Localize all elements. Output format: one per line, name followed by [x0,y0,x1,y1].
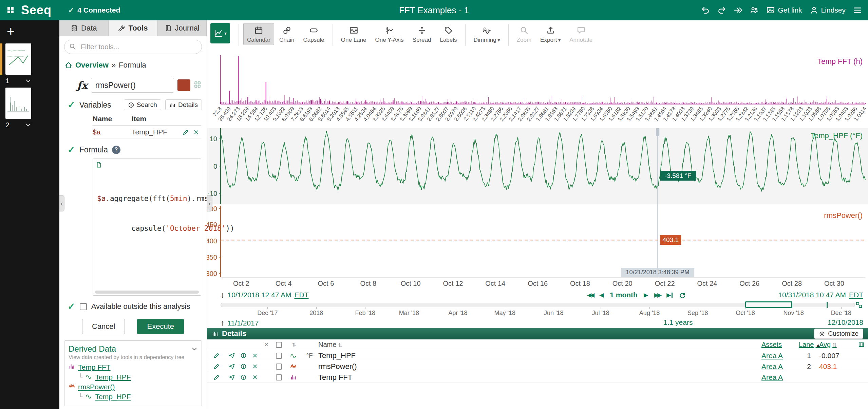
item-name[interactable]: rmsPower() [318,362,761,371]
editor-horizontal-scrollbar[interactable] [95,291,199,294]
filter-tools-input[interactable] [64,40,202,54]
edit-pencil-icon[interactable] [213,363,220,370]
investigate-start-link[interactable]: 11/1/2017 [228,319,259,327]
asset-link[interactable]: Area A [761,362,783,370]
toolbar-capsule-button[interactable]: Capsule [299,23,328,45]
investigate-duration-link[interactable]: 1.1 years [663,318,693,327]
remove-icon[interactable] [252,363,258,370]
details-row-temp-fft[interactable]: Temp FFT Area A [207,372,868,383]
collaborators-icon[interactable] [750,6,759,15]
range-end-link[interactable]: 10/31/2018 10:47 AM [778,291,846,299]
worksheet-2-thumbnail[interactable] [5,88,31,119]
refresh-icon[interactable] [679,292,686,299]
sort-type-icon[interactable]: ⇅ [287,342,301,348]
formula-editor[interactable]: $a.aggregate(fft(5min).rmsPower(), capsu… [93,159,201,296]
investigate-end-link[interactable]: 12/10/2018 [828,318,863,327]
derived-link-temp-hpf[interactable]: Temp_HPF [95,373,131,381]
connection-status[interactable]: ✓ 4 Connected [68,6,120,15]
execute-button[interactable]: Execute [137,319,184,334]
edit-pencil-icon[interactable] [213,352,220,359]
formula-name-input[interactable] [91,78,174,93]
help-icon[interactable]: ? [112,146,120,154]
available-checkbox[interactable] [80,303,87,310]
tab-data[interactable]: Data [59,20,109,36]
toolbar-zoom-button[interactable]: Zoom [513,23,535,45]
tab-journal[interactable]: Journal [157,20,207,36]
new-worksheet-button[interactable]: + [0,23,59,41]
derived-link-temp-hpf-2[interactable]: Temp_HPF [95,393,131,401]
details-row-rmspower[interactable]: rmsPower() Area A 2 403.1 [207,361,868,372]
remove-variable-icon[interactable] [193,129,200,135]
range-start-timezone-link[interactable]: EDT [295,291,309,299]
derived-link-temp-fft[interactable]: Temp FFT [78,363,111,371]
range-start-link[interactable]: 10/1/2018 12:47 AM [228,291,291,299]
collapse-tools-panel-handle[interactable]: ‹ [207,195,212,211]
worksheet-2-number[interactable]: 2 [5,121,10,129]
step-forward-half-button[interactable]: ▶▶ [654,292,660,299]
send-to-icon[interactable] [229,374,235,380]
toolbar-labels-button[interactable]: Labels [436,23,460,45]
column-lane-header[interactable]: Lane▲ [799,341,819,349]
user-menu[interactable]: Lindsey [810,6,846,15]
redo-all-icon[interactable] [734,6,742,15]
toolbar-calendar-button[interactable]: Calendar [243,23,274,45]
info-icon[interactable] [240,352,247,359]
workbench-grid-icon[interactable] [6,6,15,15]
send-to-icon[interactable] [229,363,235,370]
item-name[interactable]: Temp FFT [318,373,761,382]
range-end-timezone-link[interactable]: EDT [849,291,863,299]
send-to-icon[interactable] [229,352,235,359]
derived-link-rmspower[interactable]: rmsPower() [78,383,115,391]
asset-link[interactable]: Area A [761,373,783,381]
worksheet-1-thumbnail[interactable] [5,43,31,75]
details-row-temp-hpf[interactable]: °F Temp_HPF Area A 1 -0.007 [207,350,868,361]
trend-chart-area[interactable]: 72.836.40924.27318.20414.56412.13610.403… [207,48,868,289]
step-back-button[interactable]: ◀ [599,292,604,299]
undo-icon[interactable] [701,6,710,15]
edit-pencil-icon[interactable] [183,129,189,135]
column-avg-header[interactable]: Avg⇅ [819,341,854,349]
collapse-chevron-icon[interactable] [191,347,197,351]
column-assets-header[interactable]: Assets [761,341,799,349]
get-link-button[interactable]: Get link [766,6,802,15]
remove-all-icon[interactable]: × [261,341,272,349]
info-icon[interactable] [240,363,247,370]
column-name-header[interactable]: Name⇅ [318,341,761,349]
timeline-selection[interactable] [745,301,792,308]
step-back-half-button[interactable]: ◀◀ [587,292,593,299]
trend-chart[interactable]: 72.836.40924.27318.20414.56412.13610.403… [207,48,868,289]
variable-details-button[interactable]: Details [165,99,202,110]
seeq-logo[interactable]: Seeq [21,3,52,17]
home-icon[interactable] [65,61,72,69]
row-checkbox[interactable] [276,353,282,359]
info-icon[interactable] [240,374,247,380]
asset-link[interactable]: Area A [761,352,783,359]
investigate-start-arrow-icon[interactable]: ↑ [221,318,225,328]
variable-search-button[interactable]: Search [124,99,161,110]
redo-icon[interactable] [717,6,726,15]
derived-data-header[interactable]: Derived Data [69,344,197,354]
panel-layout-icon[interactable] [194,81,201,90]
row-checkbox[interactable] [276,364,282,370]
worksheet-2-chevron-icon[interactable] [25,123,31,127]
remove-icon[interactable] [252,374,258,380]
toolbar-dimming-button[interactable]: Dimming▾ [470,23,504,45]
range-duration-link[interactable]: 1 month [610,291,638,299]
breadcrumb-overview-link[interactable]: Overview [75,61,109,70]
range-start-arrow-icon[interactable]: ↓ [221,291,225,300]
fft-series[interactable] [221,56,865,104]
toolbar-one-lane-button[interactable]: One Lane [337,23,370,45]
toolbar-export-button[interactable]: Export▾ [536,23,564,45]
toolbar-one-y-axis-button[interactable]: One Y-Axis [371,23,407,45]
worksheet-1-chevron-icon[interactable] [25,79,31,83]
cancel-button[interactable]: Cancel [82,319,125,334]
collapse-worksheet-panel-handle[interactable]: ‹ [59,195,64,211]
item-name[interactable]: Temp_HPF [318,351,761,360]
toolbar-annotate-button[interactable]: Annotate [566,23,596,45]
select-all-checkbox[interactable] [276,342,282,348]
timeline-select-range-icon[interactable] [855,301,863,310]
edit-pencil-icon[interactable] [213,374,220,380]
row-checkbox[interactable] [276,374,282,380]
column-chooser-icon[interactable] [854,341,868,348]
step-to-end-button[interactable]: ▶ [666,292,673,299]
